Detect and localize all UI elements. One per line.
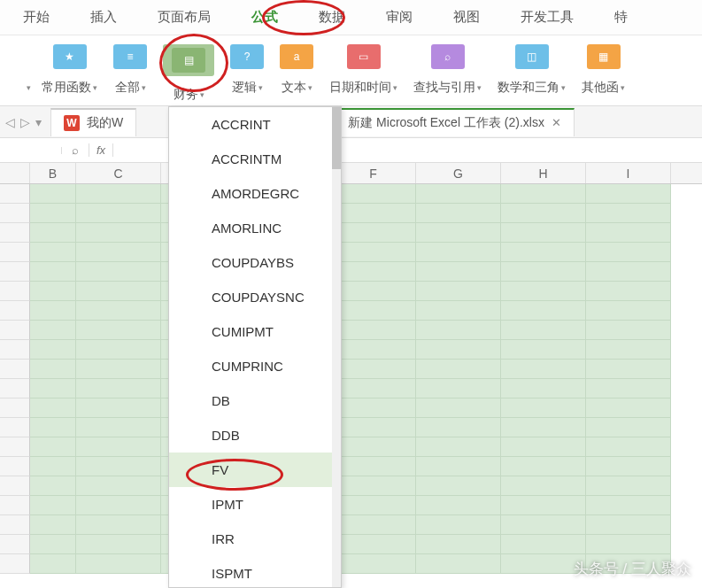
close-icon[interactable]: ✕ — [552, 116, 561, 129]
cell[interactable] — [331, 457, 416, 476]
cell[interactable] — [76, 223, 161, 243]
cell[interactable] — [76, 360, 161, 379]
cell[interactable] — [586, 262, 671, 282]
cell[interactable] — [586, 243, 671, 262]
cell[interactable] — [586, 418, 671, 437]
ribbon-group-8[interactable]: ▦其他函 ▾ — [582, 44, 625, 103]
cell[interactable] — [76, 184, 161, 204]
row-header[interactable] — [0, 360, 30, 379]
menu-item-2[interactable]: 页面布局 — [152, 2, 216, 33]
cell[interactable] — [30, 360, 76, 379]
ribbon-leading-caret[interactable]: ▾ — [27, 44, 31, 92]
dropdown-item-coupdaybs[interactable]: COUPDAYBS — [169, 245, 341, 280]
menu-item-6[interactable]: 视图 — [448, 2, 485, 33]
cell[interactable] — [416, 360, 501, 379]
cell[interactable] — [331, 301, 416, 321]
cell[interactable] — [416, 437, 501, 457]
row-header[interactable] — [0, 301, 30, 321]
cell[interactable] — [416, 476, 501, 496]
cell[interactable] — [30, 321, 76, 340]
cell[interactable] — [30, 223, 76, 243]
cell[interactable] — [331, 476, 416, 496]
cell[interactable] — [331, 437, 416, 457]
cell[interactable] — [331, 184, 416, 204]
row-header[interactable] — [0, 184, 30, 204]
cell[interactable] — [416, 184, 501, 204]
cell[interactable] — [30, 476, 76, 496]
row-header[interactable] — [0, 282, 30, 301]
workbook-tab-1[interactable]: W 我的W — [50, 108, 136, 136]
cell[interactable] — [501, 204, 586, 223]
column-header-H[interactable]: H — [501, 163, 586, 183]
dropdown-item-amordegrc[interactable]: AMORDEGRC — [169, 176, 341, 211]
row-header[interactable] — [0, 437, 30, 457]
workbook-nav[interactable]: ◁ ▷ ▾ — [5, 115, 50, 129]
cell[interactable] — [416, 223, 501, 243]
row-header[interactable] — [0, 223, 30, 243]
cell[interactable] — [30, 554, 76, 574]
cell[interactable] — [501, 223, 586, 243]
dropdown-item-db[interactable]: DB — [169, 383, 341, 418]
cell[interactable] — [331, 243, 416, 262]
row-header[interactable] — [0, 243, 30, 262]
dropdown-item-accrintm[interactable]: ACCRINTM — [169, 142, 341, 176]
cell[interactable] — [331, 379, 416, 398]
cell[interactable] — [331, 223, 416, 243]
row-header[interactable] — [0, 554, 30, 574]
cell[interactable] — [586, 321, 671, 340]
cell[interactable] — [586, 476, 671, 496]
cell[interactable] — [586, 282, 671, 301]
cell[interactable] — [30, 457, 76, 476]
cell[interactable] — [586, 379, 671, 398]
cell[interactable] — [76, 496, 161, 515]
cell[interactable] — [501, 301, 586, 321]
cell[interactable] — [76, 321, 161, 340]
zoom-icon[interactable]: ⌕ — [62, 143, 89, 157]
row-header[interactable] — [0, 457, 30, 476]
cell[interactable] — [501, 184, 586, 204]
cell[interactable] — [416, 515, 501, 535]
cell[interactable] — [501, 418, 586, 437]
menu-item-3[interactable]: 公式 — [246, 2, 283, 33]
cell[interactable] — [30, 262, 76, 282]
cell[interactable] — [30, 535, 76, 554]
cell[interactable] — [501, 282, 586, 301]
cell[interactable] — [416, 418, 501, 437]
cell[interactable] — [76, 398, 161, 418]
cell[interactable] — [416, 379, 501, 398]
row-header[interactable] — [0, 379, 30, 398]
cell[interactable] — [331, 204, 416, 223]
cell[interactable] — [416, 321, 501, 340]
scrollbar-thumb[interactable] — [332, 107, 341, 169]
cell[interactable] — [501, 437, 586, 457]
cell[interactable] — [76, 301, 161, 321]
cell[interactable] — [586, 360, 671, 379]
cell[interactable] — [30, 184, 76, 204]
cell[interactable] — [331, 418, 416, 437]
ribbon-group-5[interactable]: ▭日期和时间 ▾ — [329, 44, 397, 103]
cell[interactable] — [76, 282, 161, 301]
cell[interactable] — [331, 340, 416, 360]
cell[interactable] — [586, 535, 671, 554]
dropdown-item-coupdaysnc[interactable]: COUPDAYSNC — [169, 280, 341, 314]
ribbon-group-1[interactable]: ≡全部 ▾ — [113, 44, 147, 103]
dropdown-item-accrint[interactable]: ACCRINT — [169, 107, 341, 142]
dropdown-item-cumprinc[interactable]: CUMPRINC — [169, 349, 341, 383]
cell[interactable] — [416, 262, 501, 282]
cell[interactable] — [501, 262, 586, 282]
cell[interactable] — [30, 243, 76, 262]
cell[interactable] — [30, 204, 76, 223]
cell[interactable] — [30, 515, 76, 535]
row-header[interactable] — [0, 398, 30, 418]
cell[interactable] — [501, 515, 586, 535]
select-all-corner[interactable] — [0, 163, 30, 183]
row-header[interactable] — [0, 262, 30, 282]
menu-item-0[interactable]: 开始 — [18, 2, 55, 33]
cell[interactable] — [76, 457, 161, 476]
menu-item-5[interactable]: 审阅 — [381, 2, 418, 33]
row-header[interactable] — [0, 535, 30, 554]
cell[interactable] — [30, 282, 76, 301]
cell[interactable] — [331, 360, 416, 379]
cell[interactable] — [76, 243, 161, 262]
cell[interactable] — [586, 496, 671, 515]
